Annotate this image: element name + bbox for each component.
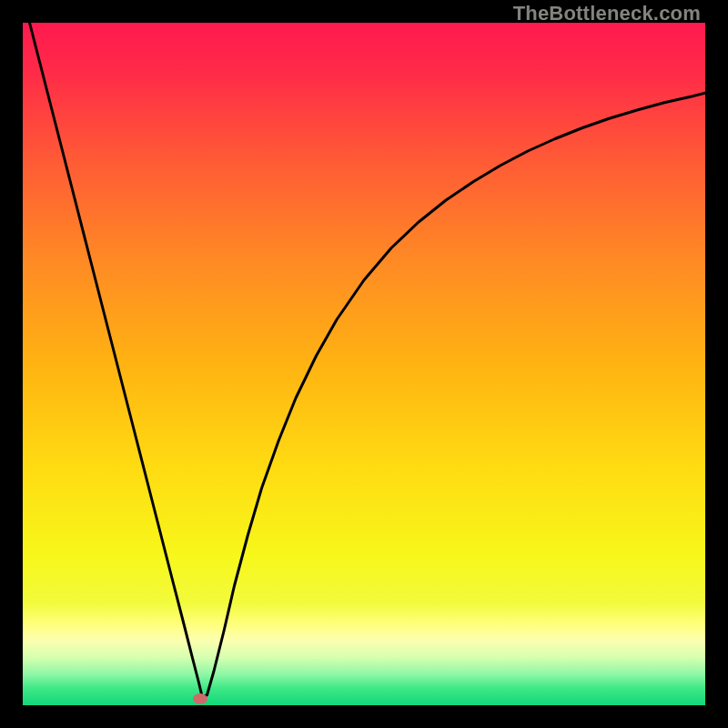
- site-watermark: TheBottleneck.com: [513, 2, 701, 25]
- gradient-background: [23, 23, 705, 705]
- minimum-marker: [193, 693, 207, 704]
- bottleneck-plot: [23, 23, 705, 705]
- chart-frame: [23, 23, 705, 705]
